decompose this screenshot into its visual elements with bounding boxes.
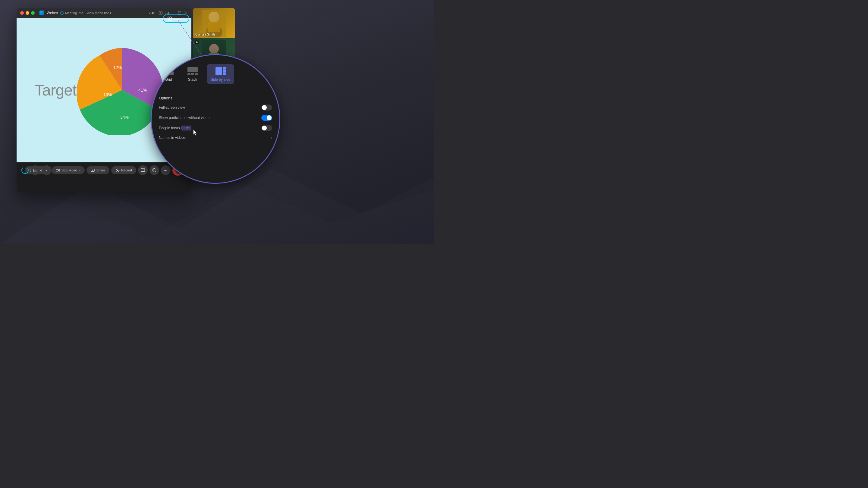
stack-option-icon bbox=[187, 67, 198, 76]
show-participants-label: Show participants without video bbox=[159, 116, 210, 120]
captions-button[interactable] bbox=[30, 165, 40, 175]
layout-option-side-by-side[interactable]: Side by side bbox=[207, 64, 234, 84]
svg-rect-49 bbox=[170, 19, 172, 21]
people-focus-label: People focus Beta bbox=[159, 126, 191, 130]
svg-marker-1 bbox=[0, 184, 434, 244]
side-by-side-option-label: Side by side bbox=[211, 77, 230, 82]
svg-rect-48 bbox=[168, 19, 169, 21]
people-focus-toggle[interactable] bbox=[261, 125, 272, 131]
options-title: Options bbox=[159, 96, 272, 100]
svg-point-5 bbox=[160, 12, 161, 13]
minimize-window-button[interactable] bbox=[26, 11, 29, 15]
mute-icon-small bbox=[195, 41, 198, 43]
share-screen-icon bbox=[91, 168, 95, 172]
share-button[interactable]: Share bbox=[87, 166, 110, 174]
clarissa-avatar bbox=[202, 10, 226, 37]
emoji-button[interactable] bbox=[150, 165, 159, 175]
window-controls bbox=[20, 11, 35, 15]
meeting-toolbar: ▾ Mute ▾ bbox=[17, 162, 191, 178]
people-focus-option-row: People focus Beta bbox=[159, 125, 272, 131]
svg-rect-58 bbox=[191, 73, 194, 75]
side-by-side-icon-svg bbox=[215, 67, 226, 75]
close-window-button[interactable] bbox=[20, 11, 24, 15]
label-34: 34% bbox=[120, 115, 129, 120]
layout-btn-label: Layout bbox=[174, 17, 184, 21]
svg-rect-39 bbox=[196, 41, 197, 43]
captions-icon bbox=[33, 168, 37, 172]
show-menu-button[interactable]: Show menu bar ▾ bbox=[86, 11, 112, 15]
stop-video-button[interactable]: Stop video ▾ bbox=[52, 166, 85, 174]
popup-inner-content: Grid Stack bbox=[152, 55, 279, 183]
meeting-info-icon: i bbox=[60, 11, 64, 15]
chevron-right-icon: › bbox=[271, 135, 272, 140]
svg-rect-18 bbox=[56, 169, 59, 171]
names-in-videos-label: Names in videos bbox=[159, 135, 186, 140]
record-label: Record bbox=[121, 168, 132, 172]
svg-rect-56 bbox=[187, 67, 198, 72]
maximize-window-button[interactable] bbox=[31, 11, 35, 15]
loading-indicator bbox=[22, 167, 29, 174]
svg-point-22 bbox=[117, 170, 119, 171]
label-41: 41% bbox=[138, 88, 147, 93]
svg-point-27 bbox=[153, 170, 154, 170]
captions-dropdown[interactable]: ▾ bbox=[42, 165, 52, 175]
brand-label: Webex bbox=[47, 11, 58, 15]
svg-rect-10 bbox=[179, 12, 181, 14]
whiteboard-icon bbox=[141, 168, 145, 172]
layout-button[interactable]: Layout bbox=[163, 14, 189, 23]
svg-rect-47 bbox=[170, 17, 172, 19]
svg-rect-23 bbox=[141, 169, 145, 172]
record-button[interactable]: Record bbox=[111, 166, 136, 174]
emoji-icon bbox=[152, 168, 156, 172]
more-options-button[interactable]: ••• bbox=[161, 165, 170, 175]
share-label: Share bbox=[96, 168, 105, 172]
record-circle-icon bbox=[116, 168, 120, 172]
stack-icon-svg bbox=[187, 67, 198, 75]
names-in-videos-row[interactable]: Names in videos › bbox=[159, 135, 272, 140]
participant-card: Clarissa Smith bbox=[193, 8, 235, 38]
svg-rect-57 bbox=[187, 73, 190, 75]
label-13: 13% bbox=[103, 92, 112, 97]
svg-rect-62 bbox=[223, 70, 226, 73]
svg-point-36 bbox=[209, 44, 219, 54]
layout-popup-panel: Grid Stack bbox=[151, 54, 280, 184]
svg-rect-63 bbox=[223, 73, 226, 75]
fullscreen-label: Full-screen view bbox=[159, 105, 185, 110]
meeting-info-button[interactable]: i Meeting info bbox=[60, 11, 83, 15]
webex-logo bbox=[39, 10, 44, 15]
svg-marker-19 bbox=[59, 169, 59, 171]
stack-option-label: Stack bbox=[188, 77, 197, 82]
fullscreen-option-row: Full-screen view bbox=[159, 104, 272, 110]
options-section: Options Full-screen view Show participan… bbox=[159, 93, 272, 140]
fullscreen-toggle[interactable] bbox=[261, 104, 272, 110]
share-icon bbox=[91, 168, 95, 172]
more-icon: ••• bbox=[164, 169, 168, 172]
svg-text:i: i bbox=[62, 12, 62, 14]
whiteboard-button[interactable] bbox=[138, 165, 148, 175]
svg-rect-34 bbox=[202, 10, 226, 37]
svg-rect-46 bbox=[168, 17, 169, 19]
layout-option-stack[interactable]: Stack bbox=[183, 64, 202, 84]
grid-option-label: Grid bbox=[165, 77, 172, 82]
svg-rect-59 bbox=[195, 73, 198, 75]
svg-rect-13 bbox=[33, 169, 37, 172]
svg-rect-60 bbox=[216, 67, 222, 75]
participant-name-clarissa: Clarissa Smith bbox=[195, 33, 215, 36]
show-participants-toggle[interactable] bbox=[261, 115, 272, 121]
mute-indicator-henry bbox=[195, 40, 199, 44]
toolbar-left-section: ▾ bbox=[22, 165, 52, 175]
label-12: 12% bbox=[113, 65, 122, 70]
layout-grid-icon bbox=[167, 17, 172, 21]
settings-icon[interactable] bbox=[158, 10, 163, 15]
svg-point-26 bbox=[153, 168, 156, 172]
video-icon bbox=[56, 168, 60, 172]
clock: 12:40 bbox=[147, 11, 155, 15]
svg-point-28 bbox=[155, 170, 155, 170]
presentation-title: Target bbox=[35, 81, 76, 99]
record-icon bbox=[116, 168, 120, 172]
stop-video-label: Stop video bbox=[61, 168, 77, 172]
beta-badge: Beta bbox=[181, 126, 191, 130]
stop-video-dropdown-icon[interactable]: ▾ bbox=[79, 169, 81, 172]
camera-icon bbox=[56, 168, 60, 172]
divider-1 bbox=[159, 90, 272, 90]
